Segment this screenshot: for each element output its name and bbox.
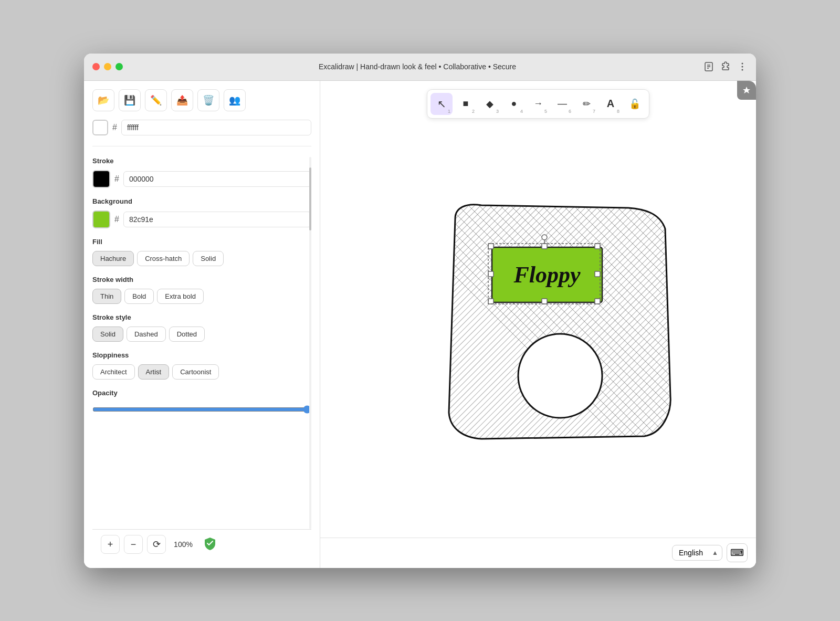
stroke-dotted-button[interactable]: Dotted [169, 327, 205, 342]
stroke-thin-button[interactable]: Thin [92, 289, 121, 304]
window-title: Excalidraw | Hand-drawn look & feel • Co… [131, 62, 704, 71]
document-icon[interactable] [704, 61, 714, 72]
svg-point-35 [518, 334, 602, 418]
svg-rect-41 [595, 299, 600, 304]
maximize-button[interactable] [116, 63, 123, 70]
tool-number-7: 7 [593, 109, 595, 114]
shield-icon [203, 536, 217, 553]
stroke-hash: # [114, 174, 119, 184]
stroke-bold-button[interactable]: Bold [124, 289, 154, 304]
panel-wrapper: Stroke # Background # [92, 157, 311, 529]
svg-rect-40 [488, 299, 494, 304]
text-tool-button[interactable]: A 8 [600, 93, 622, 115]
scrollbar-thumb[interactable] [309, 167, 311, 230]
color-bar: # [92, 120, 311, 135]
stroke-dashed-button[interactable]: Dashed [127, 327, 166, 342]
hash-label: # [112, 123, 117, 132]
select-tool-button[interactable]: ↖ 1 [430, 93, 453, 115]
stroke-style-section: Stroke style Solid Dashed Dotted [92, 313, 311, 342]
svg-rect-44 [488, 271, 494, 277]
svg-text:Floppy: Floppy [513, 262, 581, 288]
delete-button[interactable]: 🗑️ [197, 89, 219, 111]
opacity-label: Opacity [92, 389, 311, 397]
zoom-in-button[interactable]: + [101, 535, 120, 554]
fill-hachure-button[interactable]: Hachure [92, 251, 134, 266]
fill-solid-button[interactable]: Solid [193, 251, 224, 266]
edit-button[interactable]: ✏️ [145, 89, 167, 111]
lock-tool-button[interactable]: 🔓 [624, 93, 646, 115]
toolbar-row: 📂 💾 ✏️ 📤 🗑️ 👥 [92, 89, 311, 111]
fill-options: Hachure Cross-hatch Solid [92, 251, 311, 266]
sloppiness-label: Sloppiness [92, 351, 311, 359]
close-button[interactable] [92, 63, 100, 70]
background-color-row: # [92, 210, 311, 228]
diamond-tool-button[interactable]: ◆ 3 [479, 93, 501, 115]
stroke-solid-button[interactable]: Solid [92, 327, 123, 342]
canvas-drawing: Floppy [429, 197, 691, 451]
zoom-reset-button[interactable]: ⟳ [147, 535, 166, 554]
stroke-style-label: Stroke style [92, 313, 311, 321]
language-selector-area: English Deutsch Español ▲ ⌨ [320, 538, 756, 568]
open-folder-button[interactable]: 📂 [92, 89, 114, 111]
stroke-width-section: Stroke width Thin Bold Extra bold [92, 276, 311, 304]
stroke-style-options: Solid Dashed Dotted [92, 327, 311, 342]
divider-1 [92, 146, 311, 146]
bg-hash: # [114, 215, 119, 224]
background-section: Background # [92, 197, 311, 228]
tool-number-2: 2 [472, 109, 475, 114]
language-select[interactable]: English Deutsch Español [672, 545, 722, 561]
svg-rect-43 [542, 299, 547, 304]
stroke-width-label: Stroke width [92, 276, 311, 283]
save-button[interactable]: 💾 [119, 89, 141, 111]
titlebar-actions [704, 61, 748, 72]
stroke-section: Stroke # [92, 157, 311, 188]
scrollbar-track [309, 157, 311, 529]
canvas-tools-container: ↖ 1 ■ 2 ◆ 3 ● 4 [427, 89, 649, 119]
arrow-tool-button[interactable]: → 5 [527, 93, 549, 115]
tool-number-1: 1 [448, 109, 450, 114]
svg-point-5 [742, 66, 743, 68]
background-color-input[interactable] [123, 212, 311, 227]
sloppiness-options: Architect Artist Cartoonist [92, 364, 311, 380]
rectangle-tool-button[interactable]: ■ 2 [455, 93, 477, 115]
fill-section: Fill Hachure Cross-hatch Solid [92, 238, 311, 266]
canvas-area[interactable]: ↖ 1 ■ 2 ◆ 3 ● 4 [320, 81, 756, 568]
stroke-color-swatch[interactable] [92, 170, 110, 188]
sidebar-bottom-bar: + − ⟳ 100% [92, 529, 311, 560]
keyboard-button[interactable]: ⌨ [727, 543, 748, 562]
stroke-label: Stroke [92, 157, 311, 165]
opacity-section: Opacity [92, 389, 311, 416]
stroke-color-input[interactable] [123, 171, 311, 187]
tool-number-3: 3 [496, 109, 499, 114]
zoom-out-button[interactable]: − [124, 535, 143, 554]
more-icon[interactable] [737, 61, 748, 72]
traffic-lights [92, 63, 123, 70]
canvas-toolbar: ↖ 1 ■ 2 ◆ 3 ● 4 [320, 89, 756, 119]
bg-color-input[interactable] [121, 120, 311, 135]
sidebar: 📂 💾 ✏️ 📤 🗑️ 👥 # Stroke [84, 81, 320, 568]
puzzle-icon[interactable] [720, 61, 731, 72]
line-tool-button[interactable]: — 6 [551, 93, 573, 115]
sloppiness-artist-button[interactable]: Artist [138, 364, 170, 380]
sloppiness-section: Sloppiness Architect Artist Cartoonist [92, 351, 311, 380]
sloppiness-cartoonist-button[interactable]: Cartoonist [172, 364, 219, 380]
main-content: 📂 💾 ✏️ 📤 🗑️ 👥 # Stroke [84, 81, 756, 568]
bg-color-swatch[interactable] [92, 120, 108, 135]
fill-crosshatch-button[interactable]: Cross-hatch [137, 251, 190, 266]
stroke-extra-bold-button[interactable]: Extra bold [157, 289, 204, 304]
tool-number-6: 6 [569, 109, 571, 114]
tool-number-4: 4 [520, 109, 523, 114]
opacity-slider[interactable] [92, 405, 311, 414]
pencil-tool-button[interactable]: ✏ 7 [575, 93, 597, 115]
background-color-swatch[interactable] [92, 210, 110, 228]
sloppiness-architect-button[interactable]: Architect [92, 364, 135, 380]
language-select-wrapper: English Deutsch Español ▲ [672, 545, 722, 561]
fill-label: Fill [92, 238, 311, 246]
minimize-button[interactable] [104, 63, 111, 70]
titlebar: Excalidraw | Hand-drawn look & feel • Co… [84, 54, 756, 81]
collaborate-button[interactable]: 👥 [224, 89, 246, 111]
background-label: Background [92, 197, 311, 205]
ellipse-tool-button[interactable]: ● 4 [503, 93, 525, 115]
svg-rect-38 [488, 244, 494, 249]
export-button[interactable]: 📤 [171, 89, 193, 111]
